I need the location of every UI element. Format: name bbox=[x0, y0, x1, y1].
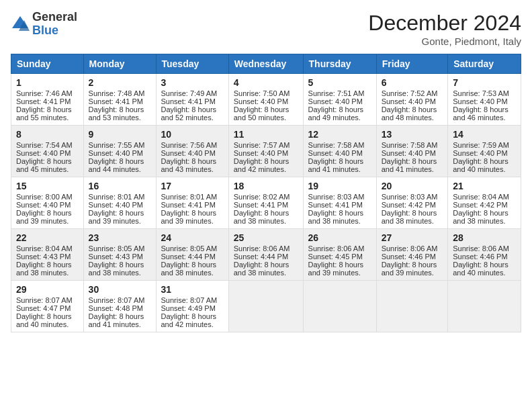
day-number: 3 bbox=[161, 77, 224, 88]
sunset-label: Sunset: 4:40 PM bbox=[89, 201, 143, 209]
calendar-cell: 31 Sunrise: 8:07 AM Sunset: 4:49 PM Dayl… bbox=[156, 281, 228, 332]
header-wednesday: Wednesday bbox=[228, 54, 303, 74]
sunset-label: Sunset: 4:48 PM bbox=[89, 304, 143, 312]
calendar-cell: 8 Sunrise: 7:54 AM Sunset: 4:40 PM Dayli… bbox=[11, 126, 84, 177]
daylight-label: Daylight: 8 hours and 49 minutes. bbox=[308, 105, 364, 122]
sunset-label: Sunset: 4:40 PM bbox=[308, 97, 363, 105]
sunrise-label: Sunrise: 8:06 AM bbox=[308, 244, 365, 253]
day-number: 28 bbox=[453, 232, 516, 243]
sunrise-label: Sunrise: 7:56 AM bbox=[161, 141, 218, 149]
daylight-label: Daylight: 8 hours and 39 minutes. bbox=[308, 261, 364, 277]
sunset-label: Sunset: 4:40 PM bbox=[234, 97, 288, 105]
logo-blue-text: Blue bbox=[32, 24, 77, 38]
calendar-week-row: 22 Sunrise: 8:04 AM Sunset: 4:43 PM Dayl… bbox=[11, 229, 521, 281]
daylight-label: Daylight: 8 hours and 42 minutes. bbox=[161, 312, 217, 328]
calendar-cell: 14 Sunrise: 7:59 AM Sunset: 4:40 PM Dayl… bbox=[448, 126, 521, 177]
day-number: 26 bbox=[308, 232, 371, 243]
daylight-label: Daylight: 8 hours and 50 minutes. bbox=[234, 105, 290, 122]
daylight-label: Daylight: 8 hours and 48 minutes. bbox=[382, 105, 437, 122]
title-section: December 2024 Gonte, Piedmont, Italy bbox=[368, 11, 521, 47]
logo-general-text: General bbox=[32, 11, 77, 24]
calendar-week-row: 15 Sunrise: 8:00 AM Sunset: 4:40 PM Dayl… bbox=[11, 177, 521, 229]
location-subtitle: Gonte, Piedmont, Italy bbox=[368, 36, 521, 47]
day-number: 27 bbox=[382, 232, 443, 243]
header-monday: Monday bbox=[83, 54, 156, 74]
sunrise-label: Sunrise: 8:01 AM bbox=[89, 193, 145, 201]
sunset-label: Sunset: 4:46 PM bbox=[382, 253, 436, 261]
sunset-label: Sunset: 4:44 PM bbox=[161, 253, 216, 261]
calendar-cell: 1 Sunrise: 7:46 AM Sunset: 4:41 PM Dayli… bbox=[11, 74, 84, 126]
calendar-cell: 27 Sunrise: 8:06 AM Sunset: 4:46 PM Dayl… bbox=[376, 229, 448, 281]
day-number: 24 bbox=[161, 232, 224, 243]
sunset-label: Sunset: 4:42 PM bbox=[453, 201, 507, 209]
calendar-cell: 3 Sunrise: 7:49 AM Sunset: 4:41 PM Dayli… bbox=[156, 74, 228, 126]
day-number: 15 bbox=[16, 181, 79, 191]
daylight-label: Daylight: 8 hours and 44 minutes. bbox=[89, 157, 144, 173]
calendar-cell: 16 Sunrise: 8:01 AM Sunset: 4:40 PM Dayl… bbox=[83, 177, 156, 229]
sunrise-label: Sunrise: 7:52 AM bbox=[382, 89, 438, 97]
sunset-label: Sunset: 4:41 PM bbox=[161, 201, 216, 209]
day-number: 19 bbox=[308, 181, 371, 191]
day-number: 31 bbox=[161, 284, 224, 295]
day-number: 1 bbox=[16, 77, 79, 88]
sunrise-label: Sunrise: 8:06 AM bbox=[453, 244, 509, 253]
calendar-cell: 21 Sunrise: 8:04 AM Sunset: 4:42 PM Dayl… bbox=[448, 177, 521, 229]
day-number: 10 bbox=[161, 129, 224, 140]
calendar-cell bbox=[303, 281, 376, 332]
calendar-cell: 26 Sunrise: 8:06 AM Sunset: 4:45 PM Dayl… bbox=[303, 229, 376, 281]
calendar-cell: 22 Sunrise: 8:04 AM Sunset: 4:43 PM Dayl… bbox=[11, 229, 84, 281]
day-number: 4 bbox=[234, 77, 298, 88]
sunset-label: Sunset: 4:43 PM bbox=[16, 253, 71, 261]
daylight-label: Daylight: 8 hours and 42 minutes. bbox=[234, 157, 290, 173]
daylight-label: Daylight: 8 hours and 45 minutes. bbox=[16, 157, 72, 173]
sunrise-label: Sunrise: 8:01 AM bbox=[161, 193, 218, 201]
month-title: December 2024 bbox=[368, 11, 521, 36]
calendar-cell: 23 Sunrise: 8:05 AM Sunset: 4:43 PM Dayl… bbox=[83, 229, 156, 281]
sunset-label: Sunset: 4:40 PM bbox=[16, 149, 71, 157]
header-saturday: Saturday bbox=[448, 54, 521, 74]
day-number: 30 bbox=[89, 284, 151, 295]
calendar-cell bbox=[448, 281, 521, 332]
logo: General Blue bbox=[11, 11, 77, 38]
header-sunday: Sunday bbox=[11, 54, 84, 74]
sunset-label: Sunset: 4:49 PM bbox=[161, 304, 216, 312]
calendar-cell: 4 Sunrise: 7:50 AM Sunset: 4:40 PM Dayli… bbox=[228, 74, 303, 126]
calendar-cell bbox=[228, 281, 303, 332]
day-number: 11 bbox=[234, 129, 298, 140]
day-number: 20 bbox=[382, 181, 443, 191]
sunrise-label: Sunrise: 8:03 AM bbox=[382, 193, 438, 201]
calendar-cell: 17 Sunrise: 8:01 AM Sunset: 4:41 PM Dayl… bbox=[156, 177, 228, 229]
sunset-label: Sunset: 4:40 PM bbox=[453, 97, 507, 105]
day-number: 5 bbox=[308, 77, 371, 88]
calendar-cell: 28 Sunrise: 8:06 AM Sunset: 4:46 PM Dayl… bbox=[448, 229, 521, 281]
sunrise-label: Sunrise: 8:03 AM bbox=[308, 193, 365, 201]
sunset-label: Sunset: 4:42 PM bbox=[382, 201, 436, 209]
daylight-label: Daylight: 8 hours and 40 minutes. bbox=[453, 261, 508, 277]
sunset-label: Sunset: 4:41 PM bbox=[234, 201, 288, 209]
calendar-cell: 9 Sunrise: 7:55 AM Sunset: 4:40 PM Dayli… bbox=[83, 126, 156, 177]
sunset-label: Sunset: 4:41 PM bbox=[89, 97, 143, 105]
daylight-label: Daylight: 8 hours and 38 minutes. bbox=[234, 209, 290, 225]
sunset-label: Sunset: 4:46 PM bbox=[453, 253, 507, 261]
day-number: 14 bbox=[453, 129, 516, 140]
sunset-label: Sunset: 4:40 PM bbox=[16, 201, 71, 209]
daylight-label: Daylight: 8 hours and 39 minutes. bbox=[16, 209, 72, 225]
header-thursday: Thursday bbox=[303, 54, 376, 74]
calendar-table: Sunday Monday Tuesday Wednesday Thursday… bbox=[11, 54, 521, 332]
sunrise-label: Sunrise: 8:07 AM bbox=[161, 296, 218, 304]
daylight-label: Daylight: 8 hours and 39 minutes. bbox=[161, 209, 217, 225]
sunrise-label: Sunrise: 8:05 AM bbox=[161, 244, 218, 253]
daylight-label: Daylight: 8 hours and 38 minutes. bbox=[453, 209, 508, 225]
calendar-cell: 7 Sunrise: 7:53 AM Sunset: 4:40 PM Dayli… bbox=[448, 74, 521, 126]
calendar-cell: 24 Sunrise: 8:05 AM Sunset: 4:44 PM Dayl… bbox=[156, 229, 228, 281]
daylight-label: Daylight: 8 hours and 38 minutes. bbox=[16, 261, 72, 277]
sunrise-label: Sunrise: 8:05 AM bbox=[89, 244, 145, 253]
sunrise-label: Sunrise: 7:54 AM bbox=[16, 141, 73, 149]
day-number: 12 bbox=[308, 129, 371, 140]
calendar-cell bbox=[376, 281, 448, 332]
header-tuesday: Tuesday bbox=[156, 54, 228, 74]
sunrise-label: Sunrise: 7:58 AM bbox=[308, 141, 365, 149]
calendar-cell: 6 Sunrise: 7:52 AM Sunset: 4:40 PM Dayli… bbox=[376, 74, 448, 126]
calendar-cell: 2 Sunrise: 7:48 AM Sunset: 4:41 PM Dayli… bbox=[83, 74, 156, 126]
day-number: 13 bbox=[382, 129, 443, 140]
